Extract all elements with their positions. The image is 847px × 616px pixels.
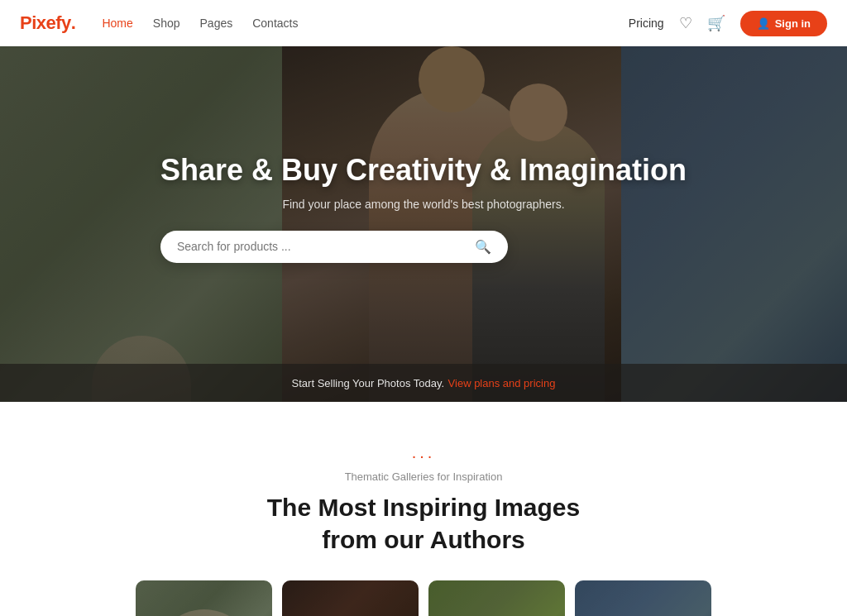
gallery-card-travel[interactable]: Travel <box>575 580 711 616</box>
hero-content: Share & Buy Creativity & Imagination Fin… <box>144 153 703 263</box>
gallery-card-overlay: Fashion <box>282 580 419 616</box>
hero-section: Share & Buy Creativity & Imagination Fin… <box>0 46 847 402</box>
gallery-card-overlay: Nature <box>428 580 565 616</box>
wishlist-icon[interactable]: ♡ <box>679 14 692 32</box>
search-input[interactable] <box>177 240 475 253</box>
logo[interactable]: Pixefy. <box>20 12 75 34</box>
gallery-subtitle: Thematic Galleries for Inspiration <box>66 470 781 483</box>
nav-link-shop[interactable]: Shop <box>153 17 180 30</box>
search-button[interactable]: 🔍 <box>475 239 491 255</box>
gallery-card-overlay: Family <box>136 580 272 616</box>
hero-subtitle: Find your place among the world's best p… <box>160 198 687 211</box>
cart-icon[interactable]: 🛒 <box>707 14 725 32</box>
nav-link-contacts[interactable]: Contacts <box>252 17 298 30</box>
user-icon: 👤 <box>757 17 770 30</box>
logo-dot: . <box>71 12 76 34</box>
gallery-grid: Family Fashion Nature Travel <box>66 580 781 616</box>
hero-bottom-link[interactable]: View plans and pricing <box>448 377 556 389</box>
hero-bottom-bar: Start Selling Your Photos Today. View pl… <box>0 364 847 402</box>
gallery-card-fashion[interactable]: Fashion <box>282 580 419 616</box>
logo-text: Pixefy <box>20 12 71 34</box>
nav-links: HomeShopPagesContacts <box>102 17 298 30</box>
hero-bottom-text: Start Selling Your Photos Today. <box>292 377 445 389</box>
nav-link-pages[interactable]: Pages <box>200 17 233 30</box>
gallery-section: ... Thematic Galleries for Inspiration T… <box>0 402 847 616</box>
signin-button[interactable]: 👤 Sign in <box>740 11 827 36</box>
gallery-dots: ... <box>66 443 781 462</box>
gallery-card-overlay: Travel <box>575 580 711 616</box>
navbar-left: Pixefy. HomeShopPagesContacts <box>20 12 298 34</box>
gallery-card-nature[interactable]: Nature <box>428 580 565 616</box>
gallery-card-family[interactable]: Family <box>136 580 272 616</box>
gallery-title: The Most Inspiring Images from our Autho… <box>66 491 781 556</box>
hero-title: Share & Buy Creativity & Imagination <box>160 153 687 188</box>
navbar-right: Pricing ♡ 🛒 👤 Sign in <box>629 11 827 36</box>
pricing-link[interactable]: Pricing <box>629 17 664 30</box>
search-bar: 🔍 <box>160 231 508 263</box>
nav-link-home[interactable]: Home <box>102 17 132 30</box>
navbar: Pixefy. HomeShopPagesContacts Pricing ♡ … <box>0 0 847 46</box>
